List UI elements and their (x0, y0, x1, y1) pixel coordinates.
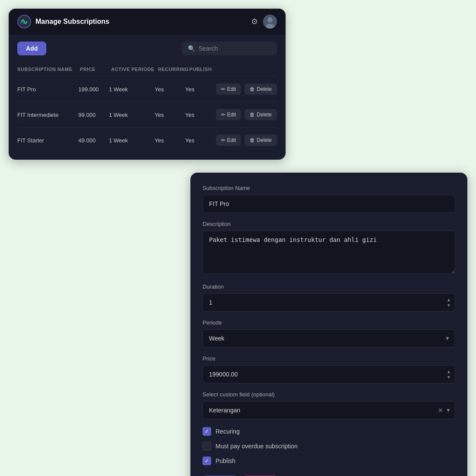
duration-wrapper: ▲ ▼ (203, 293, 455, 312)
cell-name: FIT Pro (17, 86, 78, 93)
price-label: Price (203, 355, 455, 362)
must-pay-checkbox[interactable] (203, 442, 211, 450)
periode-group: Periode Week Month Year ▼ (203, 319, 455, 347)
table-body: FIT Pro 199.000 1 Week Yes Yes ✏ Edit 🗑 … (17, 76, 277, 153)
table-row: FIT Pro 199.000 1 Week Yes Yes ✏ Edit 🗑 … (17, 76, 277, 102)
edit-button[interactable]: ✏ Edit (216, 135, 241, 146)
table-row: FIT Starter 49.000 1 Week Yes Yes ✏ Edit… (17, 127, 277, 153)
cell-name: FIT Intermediete (17, 112, 78, 118)
col-header-price: Price (80, 67, 111, 72)
card-body: Add 🔍 Subscription Name Price Active Per… (9, 35, 286, 160)
subscription-name-group: Subscription Name (203, 185, 455, 213)
row-actions: ✏ Edit 🗑 Delete (216, 135, 277, 146)
must-pay-label: Must pay overdue subscription (215, 443, 298, 450)
add-button[interactable]: Add (17, 42, 46, 55)
trash-icon: 🗑 (250, 86, 255, 92)
down-arrow-icon: ▼ (447, 303, 451, 308)
periode-label: Periode (203, 319, 455, 326)
custom-field-label: Select custom field (optional) (203, 391, 455, 398)
toolbar: Add 🔍 (17, 42, 277, 55)
trash-icon: 🗑 (250, 112, 255, 118)
clear-icon[interactable]: ✕ (438, 407, 443, 414)
custom-field-group: Select custom field (optional) ✕ ▼ (203, 391, 455, 419)
recurring-group: ✓ Recuring (203, 427, 455, 436)
avatar[interactable] (263, 15, 277, 29)
settings-icon[interactable]: ⚙ (251, 17, 258, 26)
delete-button[interactable]: 🗑 Delete (244, 109, 277, 120)
price-down-icon: ▼ (447, 375, 451, 380)
duration-input[interactable] (203, 293, 455, 312)
cell-publish: Yes (185, 137, 216, 144)
custom-field-icons: ✕ ▼ (438, 407, 451, 414)
periode-select-wrapper: Week Month Year ▼ (203, 329, 455, 347)
pencil-icon: ✏ (221, 112, 225, 118)
table-row: FIT Intermediete 99.000 1 Week Yes Yes ✏… (17, 102, 277, 127)
pencil-icon: ✏ (221, 86, 225, 92)
duration-label: Duration (203, 283, 455, 290)
search-input[interactable] (199, 45, 271, 52)
publish-label: Publish (215, 457, 235, 464)
cell-publish: Yes (185, 86, 216, 93)
col-header-recurring: Recurring (158, 67, 189, 72)
description-group: Description Paket istimewa dengan instru… (203, 221, 455, 276)
recurring-label: Recuring (215, 428, 240, 435)
price-arrows: ▲ ▼ (447, 369, 451, 380)
svg-point-2 (267, 17, 273, 23)
price-wrapper: ▲ ▼ (203, 365, 455, 383)
price-input[interactable] (203, 365, 455, 383)
col-header-period: Active Periode (111, 67, 158, 72)
custom-field-wrapper: ✕ ▼ (203, 401, 455, 419)
description-textarea[interactable]: Paket istimewa dengan instruktur dan ahl… (203, 231, 455, 274)
up-arrow-icon: ▲ (447, 297, 451, 302)
header-right: ⚙ (251, 15, 277, 29)
cell-name: FIT Starter (17, 137, 78, 144)
periode-select[interactable]: Week Month Year (203, 329, 455, 347)
cell-recurring: Yes (155, 86, 186, 93)
logo-icon (17, 15, 31, 29)
row-actions: ✏ Edit 🗑 Delete (216, 109, 277, 120)
recurring-checkmark: ✓ (205, 428, 209, 434)
cell-price: 199.000 (78, 86, 109, 93)
edit-button[interactable]: ✏ Edit (216, 84, 241, 95)
recurring-checkbox[interactable]: ✓ (203, 427, 211, 436)
search-box: 🔍 (182, 42, 277, 55)
delete-button[interactable]: 🗑 Delete (244, 84, 277, 95)
custom-field-input[interactable] (203, 401, 455, 419)
cell-period: 1 Week (109, 112, 155, 118)
duration-arrows: ▲ ▼ (447, 297, 451, 308)
cell-price: 49.000 (78, 137, 109, 144)
edit-form-card: Subscription Name Description Paket isti… (190, 173, 467, 476)
trash-icon: 🗑 (250, 137, 255, 143)
price-group: Price ▲ ▼ (203, 355, 455, 383)
header-left: Manage Subscriptions (17, 15, 109, 29)
search-icon: 🔍 (188, 45, 195, 52)
manage-subscriptions-card: Manage Subscriptions ⚙ Add 🔍 Subscriptio… (9, 9, 286, 160)
publish-checkmark: ✓ (205, 458, 209, 464)
subscription-name-label: Subscription Name (203, 185, 455, 191)
table-header: Subscription Name Price Active Periode R… (17, 64, 277, 74)
description-label: Description (203, 221, 455, 227)
cell-period: 1 Week (109, 86, 155, 93)
pencil-icon: ✏ (221, 137, 225, 143)
row-actions: ✏ Edit 🗑 Delete (216, 84, 277, 95)
subscription-name-input[interactable] (203, 195, 455, 213)
cell-recurring: Yes (155, 112, 186, 118)
cell-publish: Yes (185, 112, 216, 118)
col-header-actions (221, 67, 277, 72)
publish-checkbox[interactable]: ✓ (203, 457, 211, 465)
cell-price: 99.000 (78, 112, 109, 118)
delete-button[interactable]: 🗑 Delete (244, 135, 277, 146)
cell-period: 1 Week (109, 137, 155, 144)
col-header-publish: Publish (190, 67, 221, 72)
cell-recurring: Yes (155, 137, 186, 144)
header: Manage Subscriptions ⚙ (9, 9, 286, 35)
must-pay-group: Must pay overdue subscription (203, 442, 455, 450)
edit-button[interactable]: ✏ Edit (216, 109, 241, 120)
custom-field-dropdown-icon[interactable]: ▼ (446, 407, 451, 413)
publish-group: ✓ Publish (203, 457, 455, 465)
app-title: Manage Subscriptions (35, 18, 109, 26)
duration-group: Duration ▲ ▼ (203, 283, 455, 312)
price-up-icon: ▲ (447, 369, 451, 374)
col-header-name: Subscription Name (17, 67, 80, 72)
